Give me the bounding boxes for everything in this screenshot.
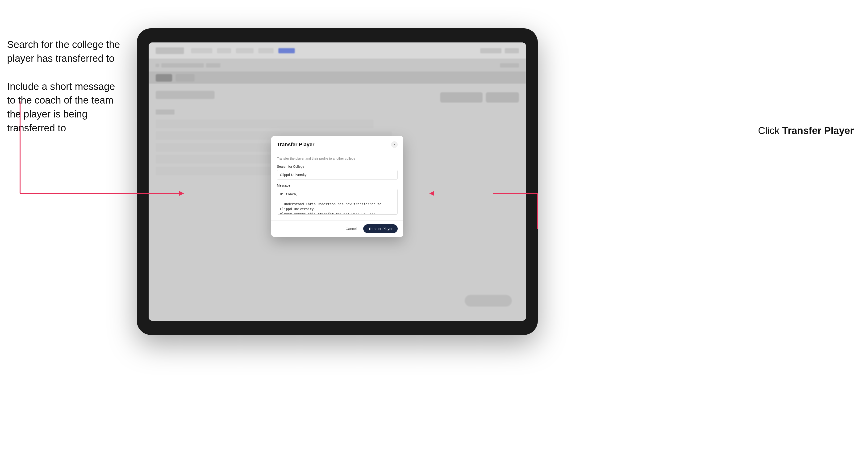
tablet-screen: Transfer Player × Transfer the player an… [149, 42, 526, 321]
message-label: Message [277, 184, 398, 187]
annotation-right: Click Transfer Player [758, 125, 854, 136]
annotation-left-top: Search for the college the player has tr… [7, 38, 130, 66]
message-textarea[interactable]: Hi Coach, I understand Chris Robertson h… [277, 189, 398, 215]
modal-close-button[interactable]: × [391, 141, 398, 148]
annotation-bold: Transfer Player [782, 125, 854, 136]
annotation-left: Search for the college the player has tr… [7, 38, 130, 135]
search-college-input[interactable] [277, 170, 398, 180]
modal-title: Transfer Player [277, 142, 314, 148]
tablet-device: Transfer Player × Transfer the player an… [137, 28, 538, 335]
modal-body: Transfer the player and their profile to… [271, 152, 403, 220]
modal-footer: Cancel Transfer Player [271, 220, 403, 237]
modal-subtitle: Transfer the player and their profile to… [277, 157, 398, 160]
transfer-player-modal: Transfer Player × Transfer the player an… [271, 136, 403, 237]
annotation-left-bottom: Include a short messageto the coach of t… [7, 80, 130, 135]
modal-overlay: Transfer Player × Transfer the player an… [149, 42, 526, 321]
search-label: Search for College [277, 165, 398, 168]
modal-header: Transfer Player × [271, 136, 403, 152]
transfer-player-button[interactable]: Transfer Player [363, 224, 398, 233]
cancel-button[interactable]: Cancel [342, 225, 361, 232]
